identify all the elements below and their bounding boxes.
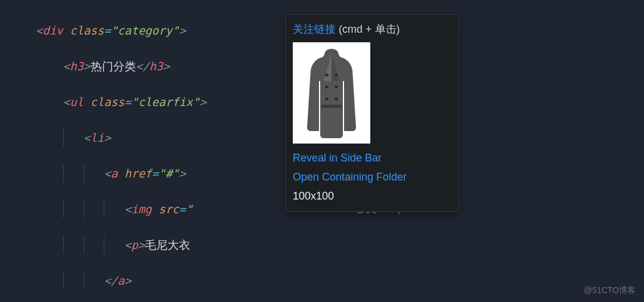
image-preview	[293, 42, 370, 144]
svg-point-4	[326, 98, 329, 101]
svg-point-2	[326, 86, 329, 89]
follow-hint: (cmd + 单击)	[336, 23, 400, 35]
svg-point-1	[335, 74, 338, 77]
watermark: @51CTO博客	[584, 285, 636, 296]
code-line: <p>毛尼大衣	[36, 236, 644, 254]
svg-point-3	[335, 86, 338, 89]
follow-link[interactable]: 关注链接	[293, 23, 336, 35]
text-node: 毛尼大衣	[145, 238, 190, 251]
attr-value: #	[165, 167, 172, 180]
reveal-in-sidebar[interactable]: Reveal in Side Bar	[293, 150, 451, 166]
svg-point-5	[335, 98, 338, 101]
hover-title: 关注链接 (cmd + 单击)	[293, 21, 451, 38]
image-dimensions: 100x100	[293, 188, 451, 204]
open-containing-folder[interactable]: Open Containing Folder	[293, 169, 451, 185]
coat-icon	[299, 45, 364, 141]
attr-value: category	[117, 24, 172, 37]
code-line: </a>	[36, 272, 644, 289]
svg-rect-6	[321, 105, 342, 108]
svg-point-0	[326, 74, 329, 77]
text-node: 热门分类	[91, 60, 136, 73]
hover-tooltip: 关注链接 (cmd + 单击) Reveal in Side Bar Open …	[285, 14, 459, 212]
attr-value: clearfix	[138, 95, 193, 108]
